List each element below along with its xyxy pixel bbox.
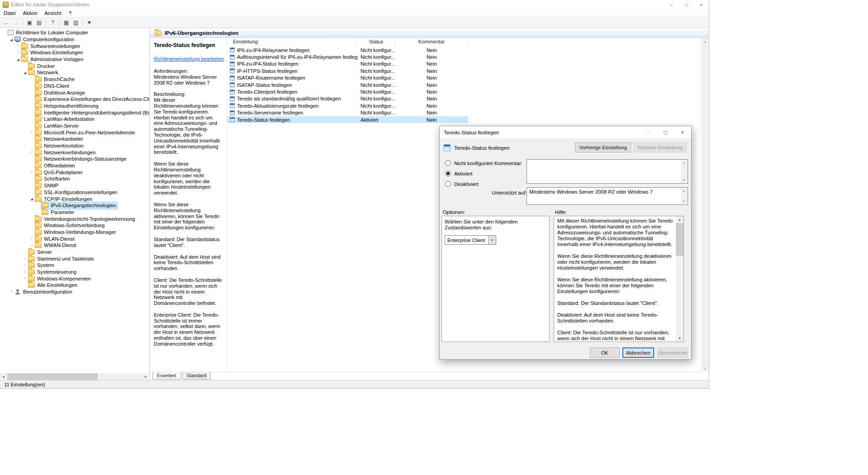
- tree-item-branchcache[interactable]: BranchCache: [0, 76, 149, 83]
- list-row[interactable]: ISATAP-Status festlegenNicht konfigur...…: [227, 81, 468, 88]
- tree-item-netzwerk[interactable]: ◢Netzwerk: [0, 69, 149, 76]
- scrollbar-thumb[interactable]: [7, 373, 98, 380]
- chevron-collapsed-icon[interactable]: ›: [22, 262, 28, 267]
- tree-horizontal-scrollbar[interactable]: ◄ ►: [0, 373, 149, 380]
- toolbar-list-view-icon[interactable]: ▥: [71, 18, 81, 27]
- help-scrollbar[interactable]: ▲ ▼: [676, 216, 683, 342]
- list-row[interactable]: Teredo als standardmäßig qualifiziert fe…: [227, 95, 468, 102]
- chevron-collapsed-icon[interactable]: ›: [22, 276, 28, 280]
- list-row[interactable]: ISATAP-Routername festlegenNicht konfigu…: [227, 75, 468, 81]
- column-header-kommentar[interactable]: Kommentar: [395, 38, 468, 47]
- state-dropdown[interactable]: Enterprise Client ▼: [445, 235, 496, 245]
- previous-setting-button[interactable]: Vorherige Einstellung: [575, 142, 631, 152]
- list-row[interactable]: IP-HTTPS-Status festlegenNicht konfigur.…: [227, 67, 468, 74]
- list-row[interactable]: Teredo-Aktualisierungsrate festlegenNich…: [227, 102, 468, 109]
- list-row[interactable]: IP6-zu-IP4-Status festlegenNicht konfigu…: [227, 61, 468, 67]
- list-vertical-scrollbar[interactable]: ▲ ▼: [701, 38, 709, 372]
- scroll-down-icon[interactable]: ▼: [683, 200, 685, 203]
- chevron-collapsed-icon[interactable]: ›: [15, 43, 21, 48]
- cancel-button[interactable]: Abbrechen: [622, 347, 654, 358]
- column-header-einstellung[interactable]: Einstellung: [227, 38, 357, 47]
- close-button[interactable]: ×: [694, 0, 709, 9]
- menu-help[interactable]: ?: [65, 9, 75, 17]
- chevron-collapsed-icon[interactable]: ›: [15, 50, 21, 55]
- tree-item-softwareeinstellungen[interactable]: ›Softwareeinstellungen: [0, 43, 149, 49]
- tree-item-tcp-ip-einstellungen[interactable]: ◢TCP/IP-Einstellungen: [0, 195, 149, 202]
- tree-item-intelligenter-hintergrund-bertragungsdienst-backgroun[interactable]: Intelligenter Hintergrundübertragungsdie…: [0, 109, 149, 116]
- tree-item-verbindungsschicht-topologieerkennung[interactable]: Verbindungsschicht-Topologieerkennung: [0, 215, 149, 222]
- list-row[interactable]: Teredo-Clientport festlegenNicht konfigu…: [227, 88, 468, 95]
- menu-aktion[interactable]: Aktion: [19, 9, 41, 17]
- tree-item-wlan-dienst[interactable]: ›WLAN-Dienst: [0, 235, 149, 242]
- radio-deaktiviert[interactable]: Deaktiviert: [445, 179, 493, 189]
- scrollbar-track[interactable]: [7, 373, 142, 380]
- tree-item-parameter[interactable]: Parameter: [0, 209, 149, 216]
- chevron-expanded-icon[interactable]: ◢: [29, 197, 34, 200]
- tree-item-qos-paketplaner[interactable]: ›QoS-Paketplaner: [0, 169, 149, 176]
- toolbar-filter-icon[interactable]: ▼: [85, 18, 94, 27]
- chevron-collapsed-icon[interactable]: ›: [29, 242, 34, 247]
- edit-policy-link[interactable]: Richtlinieneinstellung bearbeiten: [154, 56, 222, 62]
- scroll-up-icon[interactable]: ▲: [683, 162, 685, 164]
- maximize-button[interactable]: □: [657, 126, 674, 138]
- tree-item-windows-komponenten[interactable]: ›Windows-Komponenten: [0, 275, 149, 282]
- tree-item-dns-client[interactable]: DNS-Client: [0, 83, 149, 90]
- comment-input[interactable]: ▲ ▼: [526, 159, 688, 184]
- tree-item-offlinedateien[interactable]: Offlinedateien: [0, 162, 149, 169]
- tree-item-startmen-und-taskleiste[interactable]: ›Startmenü und Taskleiste: [0, 255, 149, 262]
- tree-item-drahtlose-anzeige[interactable]: Drahtlose Anzeige: [0, 89, 149, 96]
- scroll-up-icon[interactable]: ▲: [676, 216, 683, 223]
- tree-item-ipv6-bergangstechnologien[interactable]: IPv6-Übergangstechnologien: [0, 202, 149, 209]
- toolbar-back-icon[interactable]: ←: [2, 18, 11, 27]
- tree-item-server[interactable]: Server: [0, 249, 149, 256]
- tree-item-microsoft-peer-zu-peer-netzwerkdienste[interactable]: ›Microsoft Peer-zu-Peer-Netzwerkdienste: [0, 129, 149, 136]
- tree-item-windows-sofortverbindung[interactable]: Windows-Sofortverbindung: [0, 222, 149, 229]
- chevron-down-icon[interactable]: ▼: [488, 236, 496, 244]
- tree-item-computerkonfiguration[interactable]: ◢Computerkonfiguration: [0, 36, 149, 43]
- scrollbar-thumb[interactable]: [676, 223, 683, 256]
- scroll-up-icon[interactable]: ▲: [701, 38, 709, 45]
- toolbar-export-list-icon[interactable]: ▤: [34, 18, 44, 27]
- tree-item-benutzerkonfiguration[interactable]: ›Benutzerkonfiguration: [0, 289, 149, 295]
- tree-item-wwan-dienst[interactable]: ›WWAN-Dienst: [0, 242, 149, 249]
- maximize-button[interactable]: □: [679, 0, 694, 9]
- tree-item-richtlinien-f-r-lokaler-computer[interactable]: Richtlinien für Lokaler Computer: [0, 29, 149, 36]
- tab-standard[interactable]: Standard: [182, 372, 211, 380]
- chevron-expanded-icon[interactable]: ◢: [15, 58, 21, 61]
- tree-item-netzwerkanbieter[interactable]: Netzwerkanbieter: [0, 136, 149, 142]
- toolbar-show-console-tree-icon[interactable]: ▣: [25, 18, 34, 27]
- tab-erweitert[interactable]: Erweitert: [152, 372, 181, 380]
- toolbar-forward-icon[interactable]: →: [11, 18, 21, 27]
- scroll-down-icon[interactable]: ▼: [701, 365, 709, 372]
- chevron-collapsed-icon[interactable]: ›: [9, 289, 14, 294]
- close-button[interactable]: ×: [674, 126, 691, 138]
- radio-nicht-konfiguriert[interactable]: Nicht konfiguriert: [445, 158, 493, 168]
- list-row[interactable]: Auflösungsintervall für IP6-zu-IP4-Relay…: [227, 53, 468, 60]
- tree-item-windows-einstellungen[interactable]: ›Windows-Einstellungen: [0, 49, 149, 56]
- scroll-down-icon[interactable]: ▼: [683, 179, 685, 181]
- list-row[interactable]: Teredo-Status festlegenAktiviertNein: [227, 116, 468, 123]
- chevron-collapsed-icon[interactable]: ›: [22, 269, 28, 274]
- supported-scrollbar[interactable]: ▲ ▼: [681, 188, 687, 204]
- minimize-button[interactable]: –: [664, 0, 679, 9]
- tree-item-netzwerkisolation[interactable]: Netzwerkisolation: [0, 142, 149, 149]
- tree-item-drucker[interactable]: Drucker: [0, 62, 149, 69]
- tree-item-schriftarten[interactable]: Schriftarten: [0, 176, 149, 182]
- toolbar-icon-view-icon[interactable]: ▦: [62, 18, 71, 27]
- scroll-right-icon[interactable]: ►: [142, 373, 149, 380]
- tree-item-alle-einstellungen[interactable]: Alle Einstellungen: [0, 282, 149, 289]
- tree-item-system[interactable]: ›System: [0, 262, 149, 269]
- toolbar-help-icon[interactable]: ?: [48, 18, 57, 27]
- chevron-collapsed-icon[interactable]: ›: [22, 256, 28, 261]
- scroll-up-icon[interactable]: ▲: [683, 190, 685, 192]
- tree-item-windows-verbindungs-manager[interactable]: Windows-Verbindungs-Manager: [0, 229, 149, 236]
- tree-item-hotspotauthentifizierung[interactable]: Hotspotauthentifizierung: [0, 103, 149, 109]
- menu-ansicht[interactable]: Ansicht: [41, 9, 65, 17]
- radio-aktiviert[interactable]: Aktiviert: [445, 168, 493, 179]
- comment-scrollbar[interactable]: ▲ ▼: [681, 160, 687, 183]
- chevron-expanded-icon[interactable]: ◢: [22, 71, 28, 74]
- tree-item-lanman-arbeitsstation[interactable]: LanMan-Arbeitsstation: [0, 116, 149, 123]
- tree-item-snmp[interactable]: SNMP: [0, 182, 149, 189]
- tree-item-systemsteuerung[interactable]: ›Systemsteuerung: [0, 269, 149, 276]
- list-row[interactable]: Teredo-Servername festlegenNicht konfigu…: [227, 109, 468, 116]
